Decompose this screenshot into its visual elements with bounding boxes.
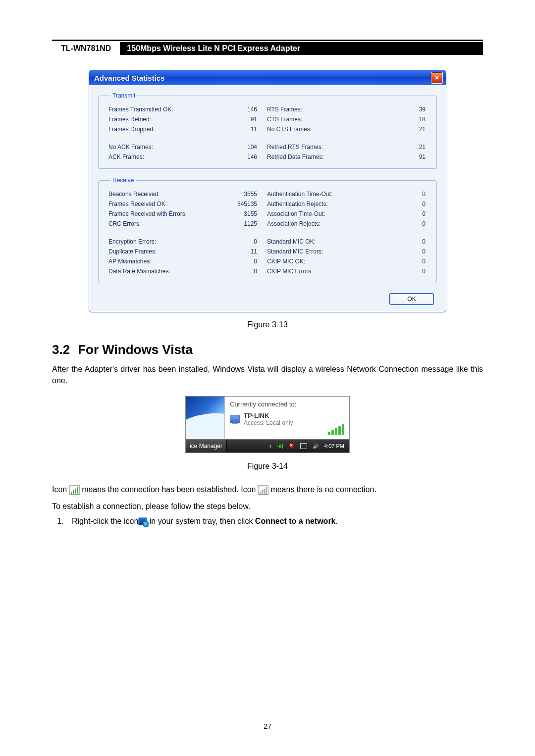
stat-label: Standard MIC OK: [267, 238, 381, 245]
page-number: 27 [0, 722, 535, 730]
stat-value: 0 [222, 258, 257, 265]
signal-bars-icon [328, 424, 344, 435]
stat-label: Duplicate Frames: [108, 248, 213, 255]
stat-value: 0 [222, 238, 257, 245]
vista-popup: Currently connected to: TP-LINK Access: … [185, 396, 350, 453]
stat-value: 91 [391, 153, 426, 160]
tray-shield-icon[interactable] [288, 443, 295, 450]
close-icon: × [435, 74, 439, 81]
stat-label: RTS Frames: [267, 106, 381, 113]
stat-value: 0 [391, 201, 426, 207]
figure-3-13-caption: Figure 3-13 [52, 320, 483, 329]
stat-label: Data Rate Mismatches: [108, 268, 213, 275]
stat-value: 146 [222, 106, 257, 113]
tray-net-icon [138, 517, 147, 525]
stat-label: CTS Frames: [267, 116, 381, 123]
taskbar-button[interactable]: ice Manager [186, 440, 227, 453]
stat-label: CRC Errors: [108, 220, 213, 227]
stat-label: Association Rejects: [267, 220, 381, 227]
stat-label: No CTS Frames: [267, 126, 381, 133]
stat-value: 39 [391, 106, 426, 113]
stat-label: Retried Data Frames: [267, 153, 381, 160]
window-title: Advanced Statistics [94, 74, 165, 82]
stat-label: No ACK Frames: [108, 144, 213, 151]
stat-label: CKIP MIC Errors: [267, 268, 381, 275]
stat-label: Frames Transmitted OK: [108, 106, 213, 113]
transmit-group: Transmit Frames Transmitted OK:146RTS Fr… [98, 92, 437, 169]
stat-value: 0 [391, 191, 426, 198]
stat-label: Authentication Time-Out: [267, 191, 381, 198]
stat-value: 104 [222, 144, 257, 151]
follow-steps-line: To establish a connection, please follow… [52, 501, 483, 512]
intro-paragraph: After the Adapter's driver has been inst… [52, 363, 483, 386]
receive-group: Receive Beacons Received:3555Authenticat… [98, 177, 437, 283]
advanced-stats-window: Advanced Statistics × Transmit Frames Tr… [89, 70, 446, 312]
stat-value: 18 [391, 116, 426, 123]
stat-value: 0 [391, 238, 426, 245]
stat-label: CKIP MIC OK: [267, 258, 381, 265]
stat-value: 21 [391, 126, 426, 133]
stat-value: 0 [391, 220, 426, 227]
stat-value: 0 [391, 268, 426, 275]
tray-signal-icon[interactable] [276, 443, 283, 450]
model-desc: 150Mbps Wireless Lite N PCI Express Adap… [123, 42, 483, 55]
desktop-thumb [186, 397, 225, 439]
receive-legend: Receive [110, 177, 136, 184]
section-title: For Windows Vista [78, 342, 193, 357]
taskbar: ice Manager ‹ 4:07 PM [186, 440, 349, 453]
stat-label: Frames Retried: [108, 116, 213, 123]
stat-label: Standard MIC Errors: [267, 248, 381, 255]
system-tray: ‹ 4:07 PM [265, 443, 349, 450]
stat-value: 146 [222, 153, 257, 160]
ok-button[interactable]: OK [389, 293, 434, 305]
stat-label: ACK Frames: [108, 153, 213, 160]
tray-arrow-icon[interactable]: ‹ [269, 443, 271, 450]
stat-label: Frames Received with Errors: [108, 210, 213, 217]
titlebar: Advanced Statistics × [89, 70, 446, 85]
monitor-icon [230, 415, 240, 423]
stat-label: Frames Received OK: [108, 201, 213, 207]
figure-3-14-caption: Figure 3-14 [52, 462, 483, 471]
network-name: TP-LINK [244, 412, 293, 419]
doc-header: TL-WN781ND 150Mbps Wireless Lite N PCI E… [52, 42, 483, 55]
stat-label: Retried RTS Frames: [267, 144, 381, 151]
stat-value: 3555 [222, 191, 257, 198]
signal-connected-icon [69, 485, 80, 495]
stat-value: 21 [391, 144, 426, 151]
section-number: 3.2 [52, 342, 70, 357]
signal-disconnected-icon [258, 485, 268, 495]
tray-network-icon[interactable] [300, 443, 307, 450]
tray-volume-icon[interactable] [312, 443, 319, 450]
step-1: Right-click the icon in your system tray… [66, 517, 483, 526]
stat-value: 91 [222, 116, 257, 123]
stat-label: Frames Dropped: [108, 126, 213, 133]
section-heading: 3.2For Windows Vista [52, 342, 483, 357]
icon-legend-line: Icon means the connection has been estab… [52, 484, 483, 495]
stat-value: 345135 [222, 201, 257, 207]
model-label: TL-WN781ND [52, 42, 123, 55]
stat-label: Association Time-Out: [267, 210, 381, 217]
stat-label: Beacons Received: [108, 191, 213, 198]
stat-value: 11 [222, 248, 257, 255]
stat-value: 0 [391, 258, 426, 265]
network-access: Access: Local only [244, 419, 293, 426]
stat-label: Encryption Errors: [108, 238, 213, 245]
connect-to-network-bold: Connect to a network [255, 517, 336, 525]
stat-value: 3155 [222, 210, 257, 217]
connected-heading: Currently connected to: [230, 401, 344, 408]
stat-label: AP Mismatches: [108, 258, 213, 265]
transmit-legend: Transmit [110, 92, 137, 99]
close-button[interactable]: × [431, 72, 443, 84]
stat-label: Authentication Rejects: [267, 201, 381, 207]
stat-value: 0 [391, 210, 426, 217]
stat-value: 0 [391, 248, 426, 255]
stat-value: 1125 [222, 220, 257, 227]
tray-clock: 4:07 PM [324, 443, 344, 449]
stat-value: 11 [222, 126, 257, 133]
stat-value: 0 [222, 268, 257, 275]
